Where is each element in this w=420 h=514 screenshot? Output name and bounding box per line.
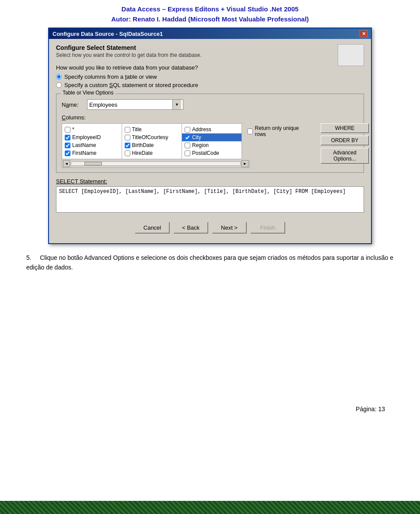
check-birthdate[interactable]: [125, 143, 130, 148]
dialog-footer: Cancel < Back Next > Finish: [56, 218, 364, 238]
columns-and-buttons: * EmployeeID LastName FirstName: [62, 123, 358, 168]
advanced-options-button[interactable]: Advanced Options...: [321, 148, 369, 164]
col-item-city[interactable]: City: [182, 133, 242, 141]
columns-left: * EmployeeID LastName FirstName: [62, 123, 315, 168]
main-text-area: 5. Clique no botão Advanced Options e se…: [0, 253, 420, 273]
radio-columns[interactable]: [56, 74, 62, 80]
check-titleofcourtesy[interactable]: [125, 135, 130, 140]
col-item-title: Title: [122, 126, 182, 133]
scroll-thumb[interactable]: [84, 162, 102, 165]
header-line1: Data Access – Express Editons + Visual S…: [0, 4, 420, 14]
section-header: Configure Select Statement: [56, 44, 364, 51]
scroll-track: [71, 161, 241, 166]
scroll-right-button[interactable]: ►: [242, 160, 248, 167]
return-unique-label: Return only unique rows: [255, 125, 310, 137]
return-unique-row: Return only unique rows: [245, 124, 313, 138]
dialog-titlebar: Configure Data Source - SqlDataSource1 ✕: [49, 28, 371, 39]
cancel-button[interactable]: Cancel: [135, 222, 170, 234]
select-statement-section: SELECT Statement:: [56, 178, 364, 214]
check-city[interactable]: [185, 135, 190, 140]
col-item-postalcode: PostalCode: [182, 149, 242, 157]
check-firstname[interactable]: [65, 150, 70, 156]
three-cols: * EmployeeID LastName FirstName: [62, 123, 315, 159]
underline-t: t: [125, 73, 127, 80]
right-buttons: WHERE ORDER BY Advanced Options...: [321, 123, 369, 164]
dialog-title: Configure Data Source - SqlDataSource1: [52, 31, 163, 37]
name-label: Name:: [62, 101, 84, 108]
col-panel-2: Title TitleOfCourtesy BirthDate HireDate: [122, 123, 182, 159]
col-panel-4: Return only unique rows: [242, 123, 315, 159]
col-item-hiredate: HireDate: [122, 149, 182, 157]
col-item-birthdate: BirthDate: [122, 141, 182, 149]
close-button[interactable]: ✕: [360, 30, 368, 37]
check-postalcode[interactable]: [185, 150, 190, 156]
dropdown-arrow-icon[interactable]: ▼: [172, 100, 181, 109]
finish-button[interactable]: Finish: [250, 222, 285, 234]
footer-area: Página: 13: [0, 273, 420, 448]
underline-s: S: [109, 82, 113, 88]
item5: 5. Clique no botão Advanced Options e se…: [26, 253, 394, 273]
dialog-body: Configure Select Statement Select how yo…: [49, 39, 371, 243]
groupbox-legend: Table or View Options: [61, 90, 116, 96]
radio-sql[interactable]: [56, 82, 62, 88]
retrieve-question: How would you like to retrieve data from…: [56, 64, 364, 71]
col-item-employeeid: EmployeeID: [62, 133, 122, 141]
dialog-wrapper: Configure Data Source - SqlDataSource1 ✕…: [0, 28, 420, 244]
scroll-left-button[interactable]: ◄: [63, 160, 70, 167]
configure-datasource-dialog: Configure Data Source - SqlDataSource1 ✕…: [48, 28, 372, 244]
name-row: Name: Employees ▼: [62, 99, 358, 110]
check-employeeid[interactable]: [65, 135, 70, 140]
col-panel-1: * EmployeeID LastName FirstName: [62, 123, 122, 159]
table-view-groupbox: Table or View Options Name: Employees ▼ …: [56, 94, 364, 173]
check-region[interactable]: [185, 143, 190, 148]
check-title[interactable]: [125, 127, 130, 133]
check-lastname[interactable]: [65, 143, 70, 148]
header-line2: Autor: Renato I. Haddad (Microsoft Most …: [0, 14, 420, 24]
col-item-lastname: LastName: [62, 141, 122, 149]
section-subtext: Select how you want the control to get d…: [56, 52, 364, 58]
next-button[interactable]: Next >: [212, 222, 247, 234]
scrollbar-row: ◄ ►: [62, 159, 250, 168]
col-item-region: Region: [182, 141, 242, 149]
select-label: SELECT Statement:: [56, 178, 364, 185]
check-address[interactable]: [185, 127, 190, 133]
select-textarea[interactable]: [56, 186, 364, 213]
check-star[interactable]: [65, 127, 70, 133]
back-button[interactable]: < Back: [173, 222, 208, 234]
check-hiredate[interactable]: [125, 150, 130, 156]
radio-label-1: Specify columns from a table or view: [64, 73, 157, 80]
col-panel-3: Address City Region PostalCode: [182, 123, 242, 159]
where-button[interactable]: WHERE: [321, 123, 369, 133]
radio-row-2: Specify a custom SQL statement or stored…: [56, 82, 364, 88]
retrieve-section: How would you like to retrieve data from…: [56, 64, 364, 88]
columns-label: Columns:: [62, 114, 358, 121]
col-item-titleofcourtesy: TitleOfCourtesy: [122, 133, 182, 141]
table-dropdown[interactable]: Employees ▼: [87, 99, 183, 110]
check-return-unique[interactable]: [247, 129, 253, 134]
radio-label-2: Specify a custom SQL statement or stored…: [64, 82, 198, 88]
page-number: Página: 13: [356, 406, 385, 413]
dialog-logo: [338, 44, 364, 66]
order-by-button[interactable]: ORDER BY: [321, 136, 369, 145]
item5-text: Clique no botão Advanced Options e selec…: [26, 254, 393, 271]
dropdown-value: Employees: [89, 101, 117, 108]
col-item-address: Address: [182, 126, 242, 133]
page-header: Data Access – Express Editons + Visual S…: [0, 0, 420, 28]
item5-number: 5.: [26, 254, 32, 261]
bottom-bar: [0, 501, 420, 514]
col-item-star: *: [62, 126, 122, 133]
radio-row-1: Specify columns from a table or view: [56, 73, 364, 80]
col-item-firstname: FirstName: [62, 149, 122, 157]
